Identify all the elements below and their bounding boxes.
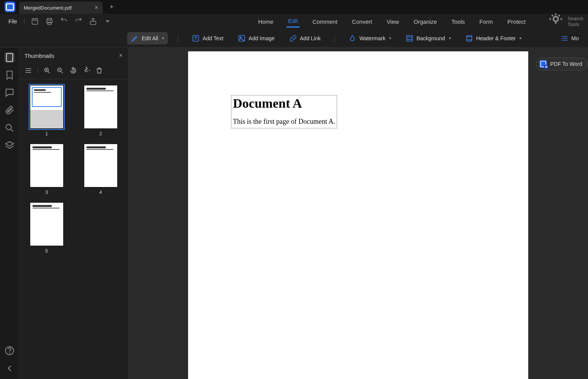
svg-rect-10 — [407, 35, 413, 41]
page-number: 2 — [99, 131, 102, 136]
menu-protect[interactable]: Protect — [506, 16, 527, 27]
svg-rect-1 — [32, 19, 38, 25]
chevron-down-icon: ▾ — [162, 36, 164, 40]
svg-point-6 — [554, 17, 558, 21]
close-tab-icon[interactable]: × — [95, 4, 98, 11]
print-icon[interactable] — [45, 17, 54, 26]
left-rail — [0, 48, 19, 379]
thumbnails-header: Thumbnails × — [19, 48, 128, 64]
bookmarks-rail-icon[interactable] — [4, 70, 15, 80]
background-button[interactable]: Background ▾ — [402, 32, 455, 44]
document-tab[interactable]: MergedDocument.pdf × — [19, 2, 103, 14]
collapse-rail-icon[interactable] — [4, 363, 15, 374]
share-icon[interactable] — [89, 17, 97, 26]
layers-rail-icon[interactable] — [4, 140, 15, 151]
thumbnails-panel: Thumbnails × 1 — [19, 48, 128, 379]
pdf-to-word-button[interactable]: W PDF To Word — [536, 57, 588, 71]
add-text-label: Add Text — [203, 35, 223, 41]
link-icon — [289, 34, 297, 42]
app-logo-icon — [5, 2, 15, 12]
undo-icon[interactable] — [60, 17, 68, 26]
menu-view[interactable]: View — [385, 16, 400, 27]
rotate-left-icon[interactable] — [69, 67, 77, 74]
page-thumbnail-3[interactable]: 3 — [25, 144, 68, 195]
add-link-button[interactable]: Add Link — [285, 32, 324, 44]
add-link-label: Add Link — [300, 35, 321, 41]
menu-form[interactable]: Form — [478, 16, 495, 27]
more-button[interactable]: Mo — [557, 32, 583, 44]
pencil-icon — [131, 34, 139, 42]
document-body-text[interactable]: This is the first page of Document A. — [233, 118, 335, 126]
file-menu[interactable]: File — [5, 18, 21, 25]
background-label: Background — [416, 35, 445, 41]
header-footer-label: Header & Footer — [476, 35, 516, 41]
chevron-down-icon: ▾ — [449, 36, 451, 40]
watermark-label: Watermark — [359, 35, 385, 41]
svg-point-15 — [9, 353, 10, 353]
image-icon — [238, 34, 246, 42]
page-thumbnail-1[interactable]: 1 — [25, 85, 68, 136]
more-label: Mo — [572, 35, 579, 41]
page-number: 4 — [99, 189, 102, 195]
pdf-page[interactable]: Document A This is the first page of Doc… — [188, 51, 528, 379]
menu-tools[interactable]: Tools — [450, 16, 467, 27]
dropdown-icon[interactable] — [103, 17, 112, 26]
redo-icon[interactable] — [74, 17, 83, 26]
thumbnails-rail-icon[interactable] — [4, 52, 15, 63]
search-tools[interactable]: Search Tools — [546, 12, 583, 31]
divider — [334, 34, 335, 42]
svg-rect-12 — [6, 54, 12, 62]
document-viewport[interactable]: Document A This is the first page of Doc… — [128, 48, 588, 379]
menu-convert[interactable]: Convert — [351, 16, 374, 27]
watermark-button[interactable]: Watermark ▾ — [345, 32, 395, 44]
text-edit-box[interactable]: Document A This is the first page of Doc… — [231, 95, 337, 128]
comments-rail-icon[interactable] — [4, 87, 15, 98]
divider — [38, 67, 38, 74]
word-icon: W — [539, 60, 547, 68]
help-rail-icon[interactable] — [4, 345, 15, 356]
thumbnails-grid: 1 2 3 4 5 — [19, 79, 128, 260]
menu-organize[interactable]: Organize — [412, 16, 439, 27]
search-rail-icon[interactable] — [4, 123, 15, 133]
svg-point-9 — [240, 36, 241, 38]
thumbnails-toolbar — [19, 64, 128, 79]
edit-all-label: Edit All — [142, 35, 158, 41]
rotate-right-icon[interactable] — [82, 67, 90, 74]
menu-home[interactable]: Home — [257, 16, 275, 27]
tab-title: MergedDocument.pdf — [24, 5, 72, 11]
main-menu: Home Edit Comment Convert View Organize … — [257, 12, 583, 31]
quick-access-bar: File Home Edit Comment Convert View Orga… — [0, 14, 588, 29]
svg-rect-11 — [467, 35, 472, 41]
background-icon — [406, 34, 413, 42]
zoom-out-icon[interactable] — [56, 67, 64, 74]
pdf-to-word-label: PDF To Word — [550, 61, 582, 67]
delete-icon[interactable] — [95, 67, 103, 74]
new-tab-button[interactable]: + — [110, 3, 114, 11]
page-thumbnail-2[interactable]: 2 — [79, 85, 122, 136]
page-thumbnail-4[interactable]: 4 — [79, 144, 122, 195]
svg-rect-0 — [7, 4, 14, 10]
zoom-in-icon[interactable] — [43, 67, 51, 74]
add-image-button[interactable]: Add Image — [234, 32, 278, 44]
save-icon[interactable] — [31, 17, 39, 26]
watermark-icon — [349, 34, 356, 42]
edit-toolbar: Edit All ▾ Add Text Add Image Add Link W… — [0, 29, 588, 48]
divider — [178, 34, 178, 42]
text-icon — [192, 34, 200, 42]
header-footer-button[interactable]: Header & Footer ▾ — [462, 32, 526, 44]
divider — [24, 18, 25, 25]
edit-all-button[interactable]: Edit All ▾ — [127, 32, 168, 44]
attachments-rail-icon[interactable] — [4, 105, 15, 116]
chevron-down-icon: ▾ — [519, 36, 521, 40]
svg-rect-4 — [47, 22, 51, 25]
document-heading[interactable]: Document A — [233, 96, 335, 111]
page-thumbnail-5[interactable]: 5 — [25, 203, 68, 254]
page-number: 5 — [45, 248, 48, 254]
svg-point-13 — [6, 125, 11, 130]
menu-edit[interactable]: Edit — [287, 15, 300, 28]
add-text-button[interactable]: Add Text — [188, 32, 227, 44]
close-panel-icon[interactable]: × — [119, 52, 123, 59]
page-number: 3 — [45, 189, 48, 195]
menu-comment[interactable]: Comment — [311, 16, 339, 27]
list-icon[interactable] — [25, 67, 32, 74]
